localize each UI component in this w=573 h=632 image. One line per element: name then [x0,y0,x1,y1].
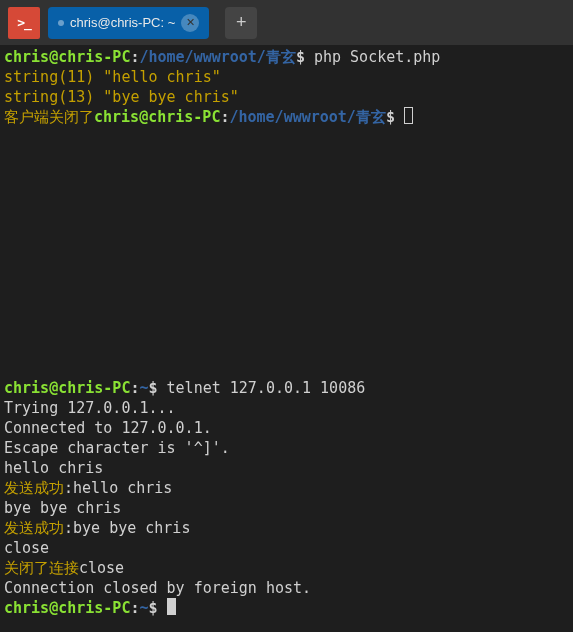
command-text: php Socket.php [314,48,440,66]
tab-indicator-dot [58,20,64,26]
output-line: close [4,538,569,558]
cursor-icon [167,598,176,615]
new-tab-button[interactable]: + [225,7,257,39]
output-line: 关闭了连接 [4,559,79,577]
prompt-user: chris@chris-PC [4,379,130,397]
prompt-path: ~ [139,379,148,397]
terminal-pane-top[interactable]: chris@chris-PC:/home/wwwroot/青玄$ php Soc… [0,45,573,370]
output-line: close [79,559,124,577]
cursor-icon [404,107,413,124]
output-line: 发送成功 [4,519,64,537]
tab-close-button[interactable]: ✕ [181,14,199,32]
prompt-dollar: $ [149,379,167,397]
prompt-path: ~ [139,599,148,617]
output-line: bye bye chris [4,498,569,518]
prompt-user: chris@chris-PC [4,48,130,66]
output-line: hello chris [4,458,569,478]
terminal-icon-glyph: >_ [17,15,31,30]
prompt-user: chris@chris-PC [4,599,130,617]
prompt-path: /home/wwwroot/青玄 [139,48,295,66]
prompt-dollar: $ [386,108,404,126]
prompt-dollar: $ [149,599,167,617]
output-line: Trying 127.0.0.1... [4,398,569,418]
command-text: telnet 127.0.0.1 10086 [167,379,366,397]
output-line: Connection closed by foreign host. [4,578,569,598]
output-line: Escape character is '^]'. [4,438,569,458]
output-line: string(13) "bye bye chris" [4,87,569,107]
prompt-path: /home/wwwroot/青玄 [229,108,385,126]
tab-title: chris@chris-PC: ~ [70,15,175,30]
prompt-user: chris@chris-PC [94,108,220,126]
terminal-app-icon[interactable]: >_ [8,7,40,39]
output-line: string(11) "hello chris" [4,67,569,87]
output-line: :hello chris [64,479,172,497]
output-line: Connected to 127.0.0.1. [4,418,569,438]
prompt-dollar: $ [296,48,314,66]
output-line: :bye bye chris [64,519,190,537]
output-line: 客户端关闭了 [4,108,94,126]
output-line: 发送成功 [4,479,64,497]
title-bar: >_ chris@chris-PC: ~ ✕ + [0,0,573,45]
terminal-pane-bottom[interactable]: chris@chris-PC:~$ telnet 127.0.0.1 10086… [0,370,573,632]
terminal-tab[interactable]: chris@chris-PC: ~ ✕ [48,7,209,39]
